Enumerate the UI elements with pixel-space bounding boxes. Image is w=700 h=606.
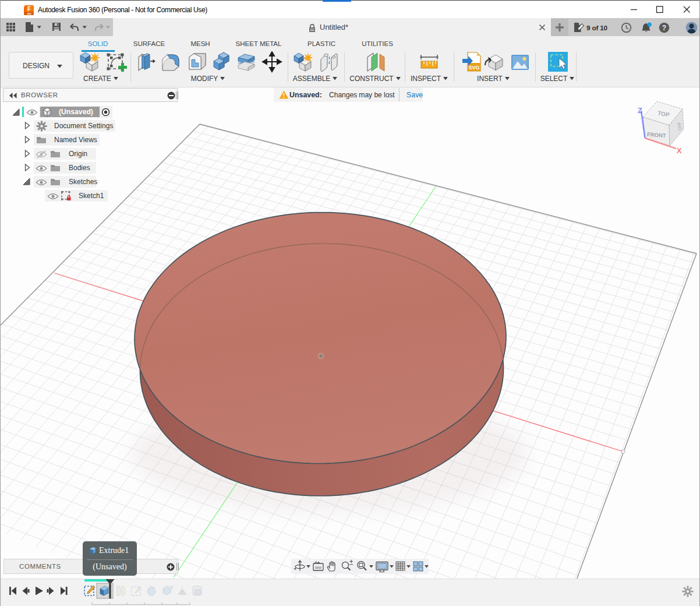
svg-text:Z: Z [638, 106, 642, 115]
svg-text:FRONT: FRONT [647, 131, 667, 139]
svg-text:?: ? [662, 24, 666, 32]
svg-text:360: 360 [27, 12, 32, 15]
svg-text:SVG: SVG [468, 65, 479, 71]
svg-text:F: F [27, 6, 31, 12]
svg-text:!: ! [283, 93, 285, 99]
svg-text:X: X [677, 146, 682, 155]
